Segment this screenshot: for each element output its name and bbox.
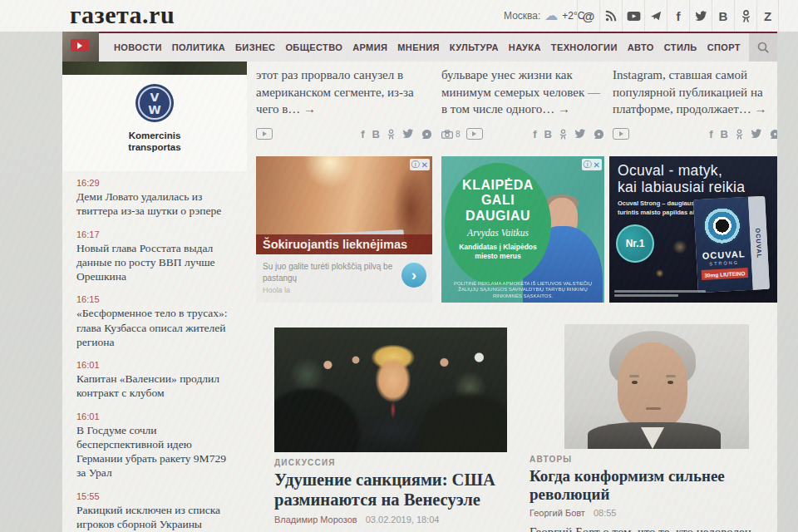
twitter-share-icon[interactable] [574, 129, 586, 139]
ad-product-box: OCUVAL STRONG 30mg LIUTEINO OCUVAL [693, 196, 770, 293]
ad-banner-ocuval[interactable]: Ocuval - matyk,kai labiausiai reikia Ocu… [609, 156, 777, 303]
nav-item-avto[interactable]: АВТО [628, 42, 654, 52]
facebook-share-icon[interactable]: f [361, 129, 364, 140]
share-icon[interactable] [770, 129, 777, 140]
article-photo-trump[interactable] [274, 328, 507, 452]
video-icon[interactable] [256, 128, 273, 140]
news-title: Новый глава Росстата выдал данные по рос… [76, 241, 235, 284]
nav-item-stil[interactable]: СТИЛЬ [664, 42, 697, 52]
news-time: 16:17 [76, 229, 235, 239]
ad-banner-klaipeda[interactable]: KLAIPĖDAGALIDAUGIAU Arvydas Vaitkus Kand… [441, 156, 604, 303]
facebook-share-icon[interactable]: f [533, 129, 536, 140]
article-category[interactable]: ДИСКУССИЯ [274, 458, 515, 467]
news-item[interactable]: 15:55 Ракицкий исключен из списка игроко… [76, 491, 235, 532]
share-icon[interactable] [594, 129, 604, 140]
article-author[interactable]: Георгий Бовт [530, 508, 585, 518]
share-icon[interactable] [421, 129, 432, 140]
ad-next-button[interactable]: › [401, 263, 426, 288]
teaser-article-3[interactable]: Instagram, ставшая самой популярной публ… [613, 66, 777, 118]
photo-gallery-icon[interactable]: 8 [441, 130, 461, 139]
odnoklassniki-icon[interactable] [734, 0, 756, 32]
vk-icon[interactable]: B [712, 0, 734, 32]
page-content: V W Komercinis transportas 16:29 Деми Ло… [62, 62, 777, 532]
ad-close-icon[interactable]: ✕ [421, 160, 428, 170]
article-date: 03.02.2019, 18:04 [366, 515, 440, 525]
vk-share-icon[interactable]: B [544, 129, 552, 140]
vk-share-icon[interactable]: B [721, 129, 728, 140]
odnoklassniki-share-icon[interactable] [736, 129, 743, 140]
sidebar-ad-brand: Komercinis transportas [113, 130, 196, 154]
nav-item-tekhnologii[interactable]: ТЕХНОЛОГИИ [551, 42, 618, 52]
email-icon[interactable]: @ [577, 0, 599, 32]
eye-logo-icon [702, 205, 742, 245]
ad-close-icon[interactable]: ✕ [594, 160, 600, 170]
news-item[interactable]: 16:01 Капитан «Валенсии» продлил контрак… [76, 360, 235, 401]
article-author[interactable]: Владимир Морозов [274, 515, 357, 525]
share-bar: f B [533, 129, 604, 140]
nav-item-kultura[interactable]: КУЛЬТУРА [450, 42, 499, 52]
ad-title: Ocuval - matyk,kai labiausiai reikia [618, 163, 745, 195]
article-headline[interactable]: Удушение санкциями: США разминаются на В… [274, 470, 515, 510]
nav-item-nauka[interactable]: НАУКА [509, 42, 541, 52]
article-discussion: ДИСКУССИЯ Удушение санкциями: США размин… [274, 328, 515, 532]
rss-icon[interactable] [599, 0, 622, 32]
nav-item-sport[interactable]: СПОРТ [707, 42, 741, 52]
teaser-article-2[interactable]: бульваре унес жизни как минимум семерых … [441, 66, 604, 118]
teaser-text: этот раз прорвало санузел в американском… [256, 68, 414, 116]
news-time: 16:15 [76, 294, 235, 304]
article-date: 08:55 [594, 508, 617, 518]
zen-icon[interactable]: Z [756, 0, 779, 32]
article-photo-bovt[interactable] [564, 324, 749, 449]
ad-banner-slimming[interactable]: ⓘ✕ Šokiruojantis lieknėjimas Su juo gali… [256, 156, 432, 303]
news-item[interactable]: 16:01 В Госдуме сочли бесперспективной и… [76, 411, 235, 480]
ad-signature: Arvydas Vaitkus [445, 228, 551, 238]
sidebar-ad-vw[interactable]: V W Komercinis transportas [62, 75, 247, 171]
ad-disclaimer: POLITINĖ REKLAMA APMOKĖTA IŠ LIETUVOS VA… [445, 281, 601, 300]
live-video-thumbnail[interactable] [62, 32, 99, 62]
facebook-share-icon[interactable]: f [709, 129, 712, 140]
article-category[interactable]: АВТОРЫ [530, 455, 777, 464]
read-more-arrow[interactable]: → [754, 102, 766, 116]
news-title: В Госдуме сочли бесперспективной идею Ге… [76, 423, 235, 480]
odnoklassniki-share-icon[interactable] [559, 129, 567, 140]
header-social-bar: @ f B Z [577, 0, 779, 32]
ad-subtitle: Kandidatas į Klaipėdos miesto merus [445, 243, 551, 261]
telegram-icon[interactable] [644, 0, 667, 32]
nav-item-obshchestvo[interactable]: ОБЩЕСТВО [285, 42, 342, 52]
video-icon[interactable] [613, 128, 629, 140]
news-time: 15:55 [76, 491, 235, 501]
read-more-arrow[interactable]: → [558, 102, 570, 116]
weather-widget[interactable]: Москва: ☁ +2°C [504, 0, 584, 32]
teaser-text: бульваре унес жизни как минимум семерых … [441, 68, 600, 116]
news-time: 16:29 [76, 178, 235, 188]
facebook-icon[interactable]: f [667, 0, 689, 32]
read-more-arrow[interactable]: → [303, 102, 316, 116]
site-logo[interactable]: газета.ru [70, 1, 175, 29]
main-nav: НОВОСТИ ПОЛИТИКА БИЗНЕС ОБЩЕСТВО АРМИЯ М… [62, 32, 777, 62]
twitter-share-icon[interactable] [402, 129, 414, 139]
play-icon [71, 39, 89, 52]
video-icon[interactable] [466, 128, 483, 140]
nav-item-armiya[interactable]: АРМИЯ [352, 42, 387, 52]
photo-count: 8 [456, 130, 461, 139]
news-item[interactable]: 16:15 «Бесформенное тело в трусах»: глав… [76, 294, 235, 349]
news-item[interactable]: 16:29 Деми Ловато удалилась из твиттера … [76, 178, 235, 219]
share-bar: f B [709, 129, 777, 140]
search-button[interactable] [749, 33, 777, 62]
vk-share-icon[interactable]: B [372, 129, 380, 140]
nav-item-politika[interactable]: ПОЛИТИКА [172, 42, 225, 52]
youtube-icon[interactable] [622, 0, 644, 32]
nav-item-mneniya[interactable]: МНЕНИЯ [397, 42, 440, 52]
teaser-article-1[interactable]: этот раз прорвало санузел в американском… [256, 66, 432, 118]
adchoices-icon[interactable]: ⓘ [584, 159, 592, 170]
nav-item-novosti[interactable]: НОВОСТИ [114, 42, 162, 52]
article-headline[interactable]: Когда конформизм сильнее революций [530, 467, 777, 504]
vw-logo-icon: V W [135, 83, 175, 123]
twitter-share-icon[interactable] [751, 129, 762, 139]
twitter-icon[interactable] [689, 0, 712, 32]
news-item[interactable]: 16:17 Новый глава Росстата выдал данные … [76, 229, 235, 284]
nav-item-biznes[interactable]: БИЗНЕС [235, 42, 275, 52]
odnoklassniki-share-icon[interactable] [387, 129, 395, 140]
adchoices-icon[interactable]: ⓘ [411, 159, 420, 170]
news-title: «Бесформенное тело в трусах»: глава Кузб… [76, 306, 235, 349]
